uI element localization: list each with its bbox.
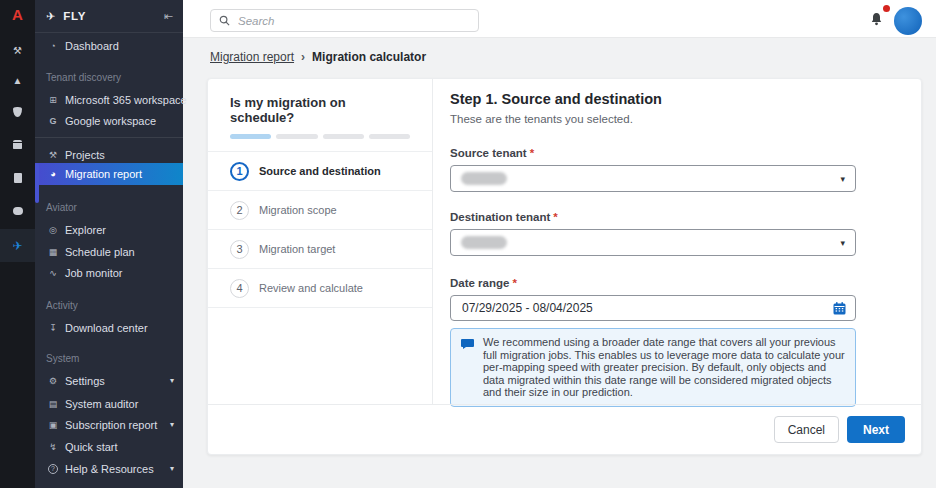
topbar <box>183 0 936 38</box>
redacted-tenant-value <box>461 172 507 185</box>
alert-triangle-icon[interactable]: ▲ <box>0 70 35 90</box>
database-icon[interactable] <box>0 135 35 155</box>
info-note-text: We recommend using a broader date range … <box>483 336 845 399</box>
step-number-circle: 4 <box>230 279 249 298</box>
user-avatar[interactable] <box>894 7 922 35</box>
download-icon: ↧ <box>46 317 60 339</box>
list-icon: ▤ <box>46 393 60 415</box>
progress-segment <box>323 134 364 139</box>
wizard-step-migration-target[interactable]: 3 Migration target <box>208 230 432 269</box>
sidebar-divider <box>35 137 183 138</box>
breadcrumb-link-migration-report[interactable]: Migration report <box>210 50 294 64</box>
sidebar-item-dashboard[interactable]: ◔ Dashboard <box>35 35 183 57</box>
dashboard-icon: ◔ <box>46 35 60 57</box>
migration-calculator-card: Is my migration on schedule? 1 Source an… <box>207 78 922 455</box>
card-footer: Cancel Next <box>208 404 921 454</box>
sidebar-header: ✈ FLY ⇤ <box>35 0 183 33</box>
date-range-input[interactable] <box>460 300 833 316</box>
wizard-steps-column: Is my migration on schedule? 1 Source an… <box>208 79 433 404</box>
sidebar-item-label: Help & Resources <box>65 458 154 480</box>
google-icon: G <box>46 110 60 132</box>
step-number-circle: 1 <box>230 162 249 181</box>
sidebar-scrollbar-thumb[interactable] <box>35 163 39 203</box>
comment-icon <box>461 338 474 399</box>
required-asterisk: * <box>530 147 534 159</box>
destination-tenant-select[interactable]: ▾ <box>450 229 856 256</box>
step-number-circle: 2 <box>230 201 249 220</box>
sidebar-item-help-resources[interactable]: ? Help & Resources ▾ <box>35 458 183 480</box>
chat-icon[interactable] <box>0 201 35 221</box>
lightning-icon: ↯ <box>46 436 60 458</box>
avepoint-logo[interactable]: A <box>0 6 35 23</box>
sidebar-item-label: Microsoft 365 workspace <box>65 89 187 111</box>
progress-segment <box>276 134 317 139</box>
dropdown-caret-icon: ▾ <box>840 174 845 184</box>
section-system: System <box>35 349 183 369</box>
sidebar-item-settings[interactable]: ⚙ Settings ▾ <box>35 370 183 392</box>
sidebar-item-label: Google workspace <box>65 110 156 132</box>
breadcrumb-current: Migration calculator <box>312 50 426 64</box>
notification-bell-icon[interactable] <box>870 12 883 26</box>
sidebar-item-subscription-report[interactable]: ▣ Subscription report ▾ <box>35 414 183 436</box>
sidebar-item-quick-start[interactable]: ↯ Quick start <box>35 436 183 458</box>
tools-icon[interactable]: ⚒ <box>0 40 35 60</box>
date-range-label: Date range* <box>450 277 921 289</box>
progress-segment <box>230 134 271 139</box>
wizard-question: Is my migration on schedule? <box>230 95 410 125</box>
progress-segment <box>369 134 410 139</box>
sidebar: ✈ FLY ⇤ ◔ Dashboard Tenant discovery ⊞ M… <box>35 0 183 488</box>
next-button[interactable]: Next <box>847 416 905 443</box>
date-range-info-note: We recommend using a broader date range … <box>450 328 856 407</box>
schedule-progress-bar <box>230 134 410 139</box>
pie-chart-icon: ◕ <box>46 163 60 185</box>
sidebar-item-google-workspace[interactable]: G Google workspace <box>35 110 183 132</box>
main-area: Migration report › Migration calculator … <box>183 0 936 488</box>
collapse-sidebar-icon[interactable]: ⇤ <box>164 10 173 23</box>
notification-badge <box>883 5 890 12</box>
document-icon[interactable] <box>0 168 35 188</box>
wizard-step-review-calculate[interactable]: 4 Review and calculate <box>208 269 432 308</box>
step-label: Migration target <box>259 243 335 255</box>
step-label: Migration scope <box>259 204 337 216</box>
cancel-button[interactable]: Cancel <box>774 416 839 443</box>
sidebar-item-schedule-plan[interactable]: ▦ Schedule plan <box>35 241 183 263</box>
sidebar-item-system-auditor[interactable]: ▤ System auditor <box>35 393 183 415</box>
sidebar-item-label: Download center <box>65 317 148 339</box>
sidebar-item-label: Settings <box>65 370 105 392</box>
grid-icon: ⊞ <box>46 89 60 111</box>
sidebar-item-migration-report[interactable]: ◕ Migration report <box>35 163 183 185</box>
sidebar-item-m365-workspace[interactable]: ⊞ Microsoft 365 workspace <box>35 89 183 111</box>
sidebar-item-label: Job monitor <box>65 262 122 284</box>
sidebar-item-download-center[interactable]: ↧ Download center <box>35 317 183 339</box>
redacted-tenant-value <box>461 236 507 249</box>
shield-icon[interactable] <box>0 102 35 122</box>
step-number-circle: 3 <box>230 240 249 259</box>
briefcase-icon: ▣ <box>46 414 60 436</box>
sidebar-item-label: System auditor <box>65 393 138 415</box>
chevron-down-icon: ▾ <box>170 370 174 392</box>
search-box[interactable] <box>210 9 479 32</box>
section-activity: Activity <box>35 296 183 316</box>
calendar-grid-icon: ▦ <box>46 241 60 263</box>
required-asterisk: * <box>553 211 557 223</box>
form-title: Step 1. Source and destination <box>450 91 921 107</box>
search-icon <box>219 15 230 26</box>
section-aviator: Aviator <box>35 198 183 218</box>
breadcrumb-separator: › <box>301 50 305 64</box>
chevron-down-icon: ▾ <box>170 414 174 436</box>
search-input[interactable] <box>236 14 470 28</box>
pulse-icon: ∿ <box>46 262 60 284</box>
wizard-step-source-destination[interactable]: 1 Source and destination <box>208 152 432 191</box>
calendar-icon[interactable] <box>833 302 846 315</box>
sidebar-item-job-monitor[interactable]: ∿ Job monitor <box>35 262 183 284</box>
plane-icon: ✈ <box>46 10 55 23</box>
wizard-step-migration-scope[interactable]: 2 Migration scope <box>208 191 432 230</box>
sidebar-item-explorer[interactable]: ◎ Explorer <box>35 219 183 241</box>
date-range-input-box[interactable] <box>450 295 856 321</box>
step-label: Source and destination <box>259 165 381 177</box>
fly-plane-icon[interactable]: ✈ <box>0 229 35 262</box>
required-asterisk: * <box>512 277 516 289</box>
source-tenant-select[interactable]: ▾ <box>450 165 856 192</box>
form-subtitle: These are the tenants you selected. <box>450 113 921 125</box>
sidebar-item-label: Quick start <box>65 436 118 458</box>
